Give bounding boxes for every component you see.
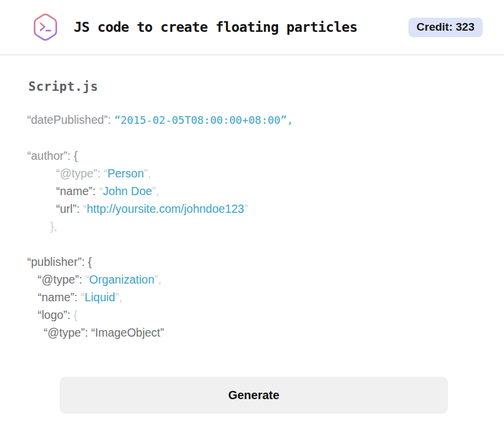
code-line: “@type”: “ImageObject” bbox=[27, 324, 476, 341]
credit-badge: Credit: 323 bbox=[408, 18, 483, 37]
code-segment: Organization bbox=[89, 273, 155, 286]
code-segment: : bbox=[108, 113, 114, 126]
code-segment: }, bbox=[50, 220, 57, 233]
terminal-hexagon-icon bbox=[32, 11, 58, 43]
code-segment: “publisher” bbox=[27, 255, 81, 268]
code-segment: ” bbox=[244, 202, 248, 215]
code-segment: “name” bbox=[56, 185, 93, 198]
code-segment: http://yoursite.com/johndoe123 bbox=[87, 202, 244, 215]
code-segment: : bbox=[79, 273, 86, 286]
code-line: “@type”: “Person”, bbox=[27, 164, 476, 182]
code-segment: ”, bbox=[155, 273, 162, 286]
code-line: “name”: “Liquid”, bbox=[27, 288, 476, 306]
code-line: “url”: “http://yoursite.com/johndoe123” bbox=[27, 200, 476, 218]
code-line: “publisher”: { bbox=[27, 253, 476, 271]
code-line: }, bbox=[27, 218, 476, 235]
code-segment: : { bbox=[81, 255, 91, 268]
code-segment: “@type” bbox=[44, 326, 85, 339]
code-line: “logo”: { bbox=[27, 306, 476, 324]
code-line bbox=[27, 129, 476, 147]
code-segment: “name” bbox=[38, 291, 74, 304]
code-segment: { bbox=[74, 308, 78, 321]
code-segment: “2015-02-05T08:00:00+08:00”, bbox=[114, 114, 293, 126]
code-segment: : bbox=[77, 202, 83, 215]
main-content: Script.js “datePublished”: “2015-02-05T0… bbox=[0, 55, 504, 414]
code-segment: : bbox=[97, 167, 104, 180]
script-filename: Script.js bbox=[27, 79, 476, 94]
header: JS code to create floating particles Cre… bbox=[0, 0, 504, 55]
button-row: Generate bbox=[27, 377, 476, 414]
code-segment: “url” bbox=[56, 202, 77, 215]
code-segment: : bbox=[67, 308, 74, 321]
code-line: “author”: { bbox=[27, 147, 476, 164]
code-block: “datePublished”: “2015-02-05T08:00:00+08… bbox=[27, 111, 476, 341]
generate-button[interactable]: Generate bbox=[60, 377, 448, 414]
code-segment: “@type” bbox=[38, 273, 79, 286]
code-segment: : { bbox=[67, 149, 77, 162]
code-segment: John Doe bbox=[103, 185, 152, 198]
code-segment: : bbox=[74, 291, 81, 304]
code-segment: “ImageObject” bbox=[91, 326, 164, 339]
code-line: “@type”: “Organization”, bbox=[27, 271, 476, 288]
code-segment: ”, bbox=[115, 291, 122, 304]
code-segment: Liquid bbox=[84, 291, 115, 304]
page-title: JS code to create floating particles bbox=[74, 19, 358, 35]
code-segment: ”, bbox=[144, 167, 151, 180]
code-segment: “author” bbox=[27, 149, 67, 162]
code-segment: ”, bbox=[152, 185, 159, 198]
code-line: “name”: “John Doe”, bbox=[27, 182, 476, 200]
code-segment: “datePublished” bbox=[27, 113, 108, 126]
code-line: “datePublished”: “2015-02-05T08:00:00+08… bbox=[27, 111, 476, 129]
code-segment: “logo” bbox=[38, 308, 67, 321]
code-line bbox=[27, 235, 476, 253]
code-segment: Person bbox=[107, 167, 144, 180]
code-segment: : bbox=[85, 326, 91, 339]
code-segment: “@type” bbox=[56, 167, 97, 180]
code-segment: : bbox=[93, 185, 99, 198]
